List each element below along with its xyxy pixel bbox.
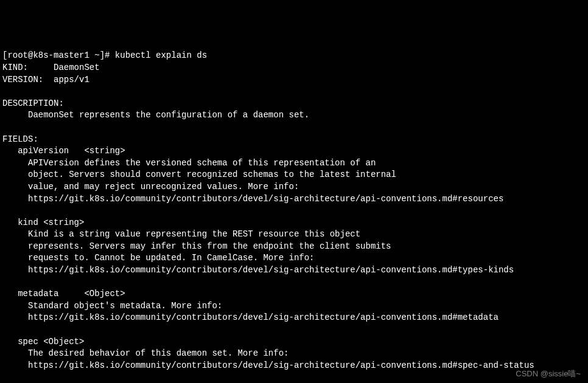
description-body: DaemonSet represents the configuration o… bbox=[2, 110, 309, 120]
field-apiversion-title: apiVersion <string> bbox=[2, 146, 125, 156]
field-kind-line: requests to. Cannot be updated. In Camel… bbox=[2, 253, 314, 263]
field-kind-title: kind <string> bbox=[2, 218, 84, 227]
kind-label: KIND: DaemonSet bbox=[2, 63, 100, 72]
field-metadata-line: https://git.k8s.io/community/contributor… bbox=[2, 312, 499, 322]
field-kind-line: represents. Servers may infer this from … bbox=[2, 241, 391, 251]
field-apiversion-line: APIVersion defines the versioned schema … bbox=[2, 158, 376, 168]
field-metadata-title: metadata <Object> bbox=[2, 289, 125, 298]
field-apiversion-line: object. Servers should convert recognize… bbox=[2, 170, 396, 179]
command-prompt-line: [root@k8s-master1 ~]# kubectl explain ds bbox=[2, 50, 207, 60]
field-spec-line: https://git.k8s.io/community/contributor… bbox=[2, 361, 534, 370]
field-kind-line: https://git.k8s.io/community/contributor… bbox=[2, 265, 514, 275]
fields-header: FIELDS: bbox=[2, 134, 38, 144]
description-header: DESCRIPTION: bbox=[2, 98, 64, 108]
terminal-output[interactable]: [root@k8s-master1 ~]# kubectl explain ds… bbox=[2, 50, 586, 383]
field-apiversion-line: value, and may reject unrecognized value… bbox=[2, 182, 299, 191]
version-label: VERSION: apps/v1 bbox=[2, 75, 89, 85]
field-apiversion-line: https://git.k8s.io/community/contributor… bbox=[2, 194, 503, 204]
field-spec-line: The desired behavior of this daemon set.… bbox=[2, 348, 289, 358]
field-spec-title: spec <Object> bbox=[2, 337, 84, 347]
watermark-text: CSDN @sissie喵~ bbox=[516, 368, 581, 379]
field-metadata-line: Standard object's metadata. More info: bbox=[2, 301, 222, 311]
field-kind-line: Kind is a string value representing the … bbox=[2, 229, 360, 239]
